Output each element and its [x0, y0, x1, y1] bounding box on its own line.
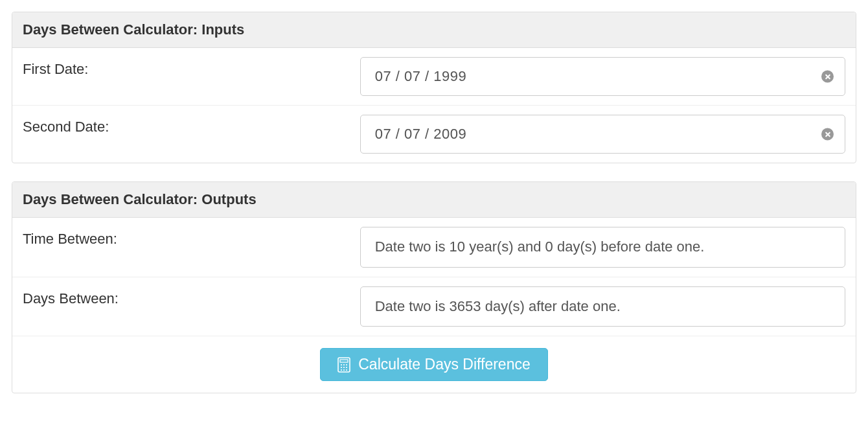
svg-point-10	[346, 369, 347, 371]
calculate-button-label: Calculate Days Difference	[358, 356, 530, 373]
clear-icon-second-date[interactable]	[821, 128, 834, 141]
svg-point-8	[341, 369, 342, 371]
first-date-input[interactable]	[360, 57, 845, 96]
svg-rect-1	[340, 360, 348, 362]
outputs-heading: Days Between Calculator: Outputs	[12, 182, 856, 218]
svg-point-2	[341, 364, 342, 365]
svg-point-5	[341, 367, 342, 368]
second-date-row: Second Date:	[12, 106, 856, 163]
days-between-row: Days Between: Date two is 3653 day(s) af…	[12, 277, 856, 337]
svg-point-6	[343, 367, 345, 368]
days-between-output: Date two is 3653 day(s) after date one.	[360, 286, 845, 327]
time-between-output: Date two is 10 year(s) and 0 day(s) befo…	[360, 227, 845, 268]
time-between-control: Date two is 10 year(s) and 0 day(s) befo…	[360, 227, 845, 268]
svg-point-7	[346, 367, 347, 368]
first-date-label: First Date:	[23, 57, 360, 78]
clear-icon-first-date[interactable]	[821, 71, 834, 83]
time-between-row: Time Between: Date two is 10 year(s) and…	[12, 218, 856, 277]
inputs-panel: Days Between Calculator: Inputs First Da…	[12, 12, 856, 163]
calculate-button[interactable]: Calculate Days Difference	[320, 348, 547, 381]
second-date-control	[360, 115, 845, 154]
days-between-label: Days Between:	[23, 286, 360, 307]
time-between-label: Time Between:	[23, 227, 360, 248]
first-date-control	[360, 57, 845, 96]
second-date-input[interactable]	[360, 115, 845, 154]
outputs-panel: Days Between Calculator: Outputs Time Be…	[12, 181, 856, 393]
calculator-icon	[337, 357, 350, 373]
second-date-label: Second Date:	[23, 115, 360, 135]
svg-point-3	[343, 364, 345, 365]
days-between-control: Date two is 3653 day(s) after date one.	[360, 286, 845, 327]
inputs-heading: Days Between Calculator: Inputs	[12, 12, 856, 48]
button-row: Calculate Days Difference	[12, 336, 856, 393]
first-date-row: First Date:	[12, 48, 856, 106]
svg-point-9	[343, 369, 345, 371]
svg-point-4	[346, 364, 347, 365]
